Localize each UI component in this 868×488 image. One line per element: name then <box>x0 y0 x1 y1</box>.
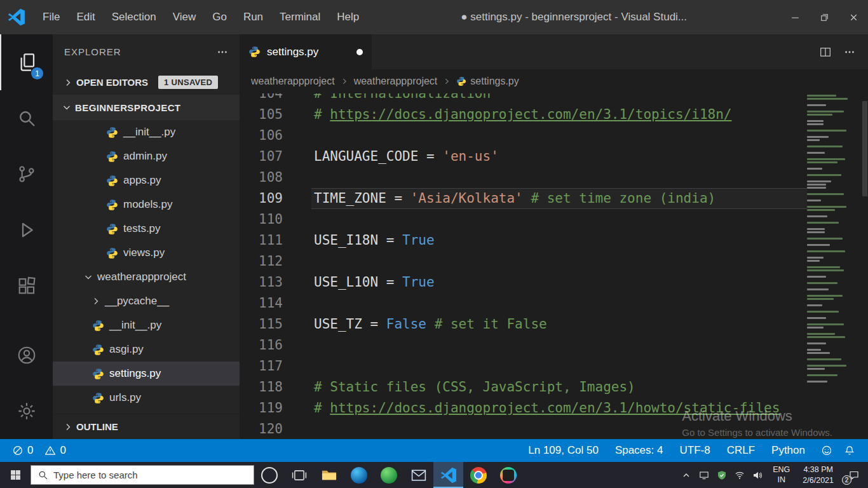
code-line-114[interactable]: 114 <box>240 293 807 314</box>
search-input[interactable] <box>53 470 231 480</box>
code-line-105[interactable]: 105# https://docs.djangoproject.com/en/3… <box>240 104 807 125</box>
code-line-111[interactable]: 111USE_I18N = True <box>240 230 807 251</box>
code-line-118[interactable]: 118# Static files (CSS, JavaScript, Imag… <box>240 377 807 398</box>
menu-go[interactable]: Go <box>204 0 235 34</box>
tree-item-init-py[interactable]: __init__.py <box>53 313 240 337</box>
tree-item-views-py[interactable]: views.py <box>53 241 240 265</box>
activity-settings[interactable] <box>0 383 53 439</box>
editor-scrollbar[interactable] <box>862 93 868 439</box>
code-line-113[interactable]: 113USE_L10N = True <box>240 272 807 293</box>
vscode-window: FileEditSelectionViewGoRunTerminalHelp ●… <box>0 0 868 488</box>
tree-item-weatherappproject[interactable]: weatherappproject <box>53 265 240 289</box>
minimap-line <box>807 276 826 278</box>
menu-view[interactable]: View <box>165 0 205 34</box>
code-line-104[interactable]: 104# Internationalization <box>240 93 807 104</box>
activity-search[interactable] <box>0 90 53 146</box>
activity-run-debug[interactable] <box>0 202 53 258</box>
code-line-119[interactable]: 119# https://docs.djangoproject.com/en/3… <box>240 398 807 419</box>
vscode-taskbar-button[interactable] <box>433 462 463 488</box>
line-number: 104 <box>240 93 283 104</box>
volume-icon[interactable] <box>749 462 766 488</box>
taskbar-search[interactable] <box>31 465 254 485</box>
tree-item-pycache[interactable]: __pycache__ <box>53 289 240 313</box>
code-line-107[interactable]: 107LANGUAGE_CODE = 'en-us' <box>240 146 807 167</box>
code-line-106[interactable]: 106 <box>240 125 807 146</box>
sidebar-more-actions-icon[interactable] <box>217 46 228 58</box>
code-line-117[interactable]: 117 <box>240 356 807 377</box>
status-indentation[interactable]: Spaces: 4 <box>607 444 672 457</box>
network-icon[interactable] <box>731 462 749 488</box>
chevron-up-icon[interactable] <box>677 462 695 488</box>
split-editor-icon[interactable] <box>820 46 831 58</box>
minimap-line <box>807 180 831 182</box>
editor-more-actions-icon[interactable] <box>844 46 855 58</box>
activity-explorer[interactable]: 1 <box>0 34 53 90</box>
tree-item-init-py[interactable]: __init__.py <box>53 120 240 144</box>
pycharm-taskbar-button[interactable] <box>493 462 523 488</box>
menu-run[interactable]: Run <box>235 0 271 34</box>
display-icon[interactable] <box>695 462 713 488</box>
activity-extensions[interactable] <box>0 258 53 314</box>
file-label: tests.py <box>123 222 161 235</box>
menu-terminal[interactable]: Terminal <box>271 0 329 34</box>
activity-source-control[interactable] <box>0 146 53 202</box>
breadcrumb-item-settings-py[interactable]: settings.py <box>456 76 519 87</box>
code-line-116[interactable]: 116 <box>240 335 807 356</box>
close-button[interactable] <box>839 0 868 34</box>
tree-item-apps-py[interactable]: apps.py <box>53 168 240 193</box>
python-icon <box>92 344 104 356</box>
status-eol[interactable]: CRLF <box>719 444 763 457</box>
code-line-108[interactable]: 108 <box>240 167 807 188</box>
menu-selection[interactable]: Selection <box>104 0 165 34</box>
project-section-header[interactable]: BEGINNERSPROJECT <box>53 95 240 120</box>
minimize-button[interactable] <box>780 0 810 34</box>
outline-section[interactable]: OUTLINE <box>53 414 240 439</box>
shield-icon[interactable] <box>713 462 731 488</box>
code-line-112[interactable]: 112 <box>240 251 807 272</box>
chrome-taskbar-button[interactable] <box>463 462 493 488</box>
feedback-smiley-icon[interactable] <box>821 445 832 456</box>
open-editors-section[interactable]: OPEN EDITORS 1 UNSAVED <box>53 70 240 95</box>
tree-item-settings-py[interactable]: settings.py <box>53 362 240 386</box>
file-explorer-taskbar-button[interactable] <box>314 462 344 488</box>
code-line-115[interactable]: 115USE_TZ = False # set it False <box>240 314 807 335</box>
green-app-taskbar-button[interactable] <box>374 462 403 488</box>
task-view-taskbar-button[interactable] <box>284 462 314 488</box>
notifications-bell-icon[interactable] <box>844 445 855 456</box>
tree-item-admin-py[interactable]: admin.py <box>53 144 240 168</box>
code-line-120[interactable]: 120 <box>240 419 807 439</box>
cortana-taskbar-button[interactable] <box>254 462 284 488</box>
minimap-line <box>807 158 845 160</box>
tab-settings-py[interactable]: settings.py <box>240 34 372 69</box>
line-number: 107 <box>240 146 283 167</box>
scrollbar-thumb[interactable] <box>862 101 867 196</box>
minimap-line <box>807 184 826 186</box>
tree-item-urls-py[interactable]: urls.py <box>53 386 240 410</box>
clock[interactable]: 4:38 PM 2/6/2021 <box>796 464 840 485</box>
code-line-109[interactable]: 109TIME_ZONE = 'Asia/Kolkata' # set time… <box>240 188 807 209</box>
code-editor[interactable]: 104# Internationalization105# https://do… <box>240 93 868 439</box>
tree-item-asgi-py[interactable]: asgi.py <box>53 337 240 362</box>
minimap[interactable] <box>807 95 862 439</box>
problems-warnings[interactable]: 0 <box>40 444 70 457</box>
status-cursor-position[interactable]: Ln 109, Col 50 <box>520 444 607 457</box>
menu-edit[interactable]: Edit <box>68 0 103 34</box>
mail-taskbar-button[interactable] <box>403 462 433 488</box>
code-line-110[interactable]: 110 <box>240 209 807 230</box>
language-indicator[interactable]: ENG IN <box>766 465 796 485</box>
breadcrumb-item-weatherappproject[interactable]: weatherappproject <box>354 76 438 87</box>
breadcrumb-item-weatherappproject[interactable]: weatherappproject <box>251 76 335 87</box>
restore-button[interactable] <box>810 0 839 34</box>
pycharm-icon <box>500 467 517 484</box>
tree-item-tests-py[interactable]: tests.py <box>53 217 240 241</box>
menu-help[interactable]: Help <box>329 0 367 34</box>
tree-item-models-py[interactable]: models.py <box>53 193 240 217</box>
activity-account[interactable] <box>0 327 53 383</box>
problems-errors[interactable]: 0 <box>8 444 37 457</box>
action-center-button[interactable]: 2 <box>840 462 868 488</box>
status-language-mode[interactable]: Python <box>763 444 813 457</box>
edge-taskbar-button[interactable] <box>344 462 374 488</box>
status-encoding[interactable]: UTF-8 <box>671 444 718 457</box>
start-button[interactable] <box>0 462 31 488</box>
menu-file[interactable]: File <box>34 0 68 34</box>
